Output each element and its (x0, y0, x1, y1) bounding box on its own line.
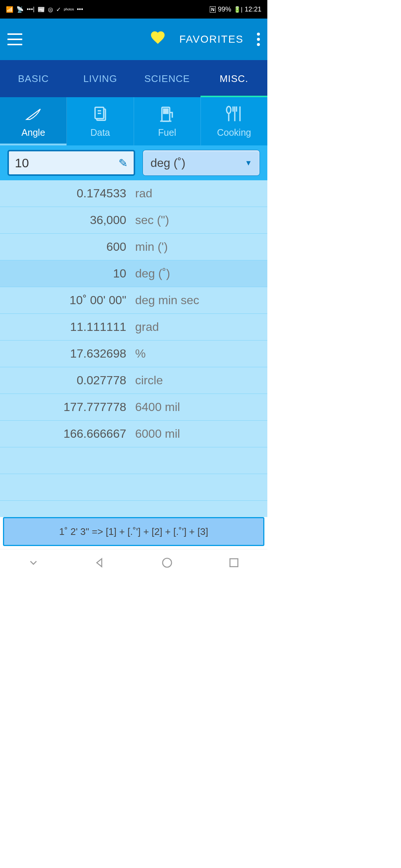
signal-icon: 📶 (6, 6, 13, 13)
hint-bar: 1˚ 2' 3" => [1] + [.˚'] + [2] + [.˚'] + … (3, 517, 264, 546)
subtab-label: Angle (22, 127, 45, 138)
chrome-icon: ◎ (48, 6, 53, 13)
result-unit: circle (134, 374, 267, 387)
tab-label: MISC. (219, 73, 248, 85)
result-row[interactable]: 11.111111 grad (0, 314, 267, 341)
wifi-icon: 📡 (16, 6, 24, 13)
tab-label: LIVING (83, 73, 117, 85)
pencil-icon: ✎ (118, 157, 128, 170)
more-icon[interactable] (257, 33, 260, 46)
result-row[interactable]: 600 min (') (0, 234, 267, 260)
result-row[interactable]: 0.027778 circle (0, 367, 267, 394)
subtab-fuel[interactable]: Fuel (134, 97, 201, 145)
result-row-empty (0, 447, 267, 474)
results-list[interactable]: 0.174533 rad 36,000 sec (") 600 min (') … (0, 180, 267, 517)
result-unit: % (134, 347, 267, 361)
sub-tabs: Angle Data Fuel Cooking (0, 97, 267, 145)
selected-unit: deg (˚) (150, 156, 185, 170)
result-unit: deg min sec (134, 293, 267, 307)
result-unit: min (') (134, 240, 267, 254)
value-input[interactable]: 10 ✎ (7, 150, 135, 176)
nfc-icon: N (210, 6, 215, 13)
input-value: 10 (15, 156, 29, 170)
result-unit: 6400 mil (134, 400, 267, 414)
angle-icon (23, 105, 44, 124)
data-icon (90, 105, 111, 124)
tab-basic[interactable]: BASIC (0, 60, 67, 97)
result-value: 0.027778 (0, 374, 134, 387)
nav-recent-icon[interactable] (228, 557, 240, 572)
svg-rect-5 (164, 109, 168, 114)
clock: 12:21 (245, 6, 261, 13)
subtab-angle[interactable]: Angle (0, 97, 67, 145)
result-row[interactable]: 177.777778 6400 mil (0, 394, 267, 421)
result-row[interactable]: 10˚ 00' 00" deg min sec (0, 287, 267, 314)
heart-icon[interactable] (150, 29, 166, 49)
calendar-icon: 📰 (38, 6, 45, 13)
battery-icon: 🔋| (234, 6, 242, 13)
tab-science[interactable]: SCIENCE (134, 60, 200, 97)
result-row[interactable]: 10 deg (˚) (0, 260, 267, 287)
tab-living[interactable]: LIVING (67, 60, 134, 97)
result-row-empty (0, 474, 267, 501)
result-value: 36,000 (0, 213, 134, 227)
nav-back-icon[interactable] (94, 557, 106, 572)
chevron-down-icon: ▼ (245, 159, 252, 167)
result-unit: 6000 mil (134, 427, 267, 441)
photos-icon: photos (64, 7, 74, 11)
cooking-icon (224, 105, 244, 124)
result-row[interactable]: 0.174533 rad (0, 180, 267, 207)
input-row: 10 ✎ deg (˚) ▼ (0, 145, 267, 180)
menu-icon[interactable] (7, 33, 22, 45)
subtab-cooking[interactable]: Cooking (201, 97, 267, 145)
nav-bar (0, 549, 267, 579)
check-icon: ✓ (56, 6, 61, 13)
svg-point-15 (163, 558, 172, 567)
nav-down-icon[interactable] (27, 557, 39, 572)
status-bar: 📶 📡 •••| 📰 ◎ ✓ photos ••• N 99% 🔋| 12:21 (0, 0, 267, 19)
result-unit: rad (134, 187, 267, 200)
subtab-label: Fuel (158, 127, 176, 138)
tab-label: SCIENCE (144, 73, 190, 85)
result-value: 10˚ 00' 00" (0, 293, 134, 307)
battery-percent: 99% (218, 6, 231, 13)
favorites-button[interactable]: FAVORITES (179, 33, 244, 45)
hint-text: 1˚ 2' 3" => [1] + [.˚'] + [2] + [.˚'] + … (59, 526, 208, 537)
result-unit: sec (") (134, 213, 267, 227)
result-value: 11.111111 (0, 320, 134, 334)
subtab-label: Cooking (217, 127, 251, 138)
result-value: 0.174533 (0, 187, 134, 200)
unit-selector[interactable]: deg (˚) ▼ (143, 150, 260, 176)
notification-dots-icon: •••| (27, 6, 35, 13)
result-row[interactable]: 17.632698 % (0, 341, 267, 367)
subtab-label: Data (90, 127, 110, 138)
result-row[interactable]: 36,000 sec (") (0, 207, 267, 234)
app-bar: FAVORITES (0, 19, 267, 60)
tab-misc[interactable]: MISC. (200, 60, 267, 97)
result-unit: deg (˚) (134, 267, 267, 280)
more-notifications-icon: ••• (77, 6, 83, 13)
fuel-icon (157, 105, 177, 124)
result-value: 177.777778 (0, 400, 134, 414)
subtab-data[interactable]: Data (67, 97, 134, 145)
result-value: 600 (0, 240, 134, 254)
nav-home-icon[interactable] (161, 557, 173, 572)
result-unit: grad (134, 320, 267, 334)
main-tabs: BASIC LIVING SCIENCE MISC. (0, 60, 267, 97)
svg-point-7 (227, 106, 231, 114)
result-row[interactable]: 166.666667 6000 mil (0, 421, 267, 447)
result-value: 166.666667 (0, 427, 134, 441)
result-value: 17.632698 (0, 347, 134, 361)
tab-label: BASIC (18, 73, 49, 85)
result-value: 10 (0, 267, 134, 280)
svg-rect-16 (230, 559, 238, 566)
svg-marker-14 (97, 559, 102, 566)
